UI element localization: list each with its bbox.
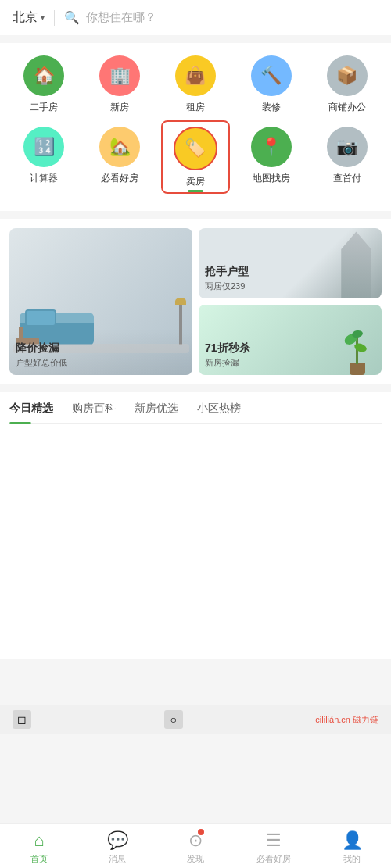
icon-xinfang[interactable]: 🏢 新房 bbox=[91, 55, 148, 114]
maifang-underline bbox=[188, 190, 203, 192]
icon-row-2: 🔢 计算器 🏡 必看好房 🏷️ 卖房 📍 地图找房 📷 bbox=[0, 127, 391, 192]
banner-text-right-bottom: 71折秒杀 新房捡漏 bbox=[205, 341, 375, 369]
banner-text-left: 降价捡漏 户型好总价低 bbox=[16, 341, 186, 369]
banner-text-right-top: 抢手户型 两居仅239 bbox=[205, 265, 375, 292]
tab-jinrijingxuan[interactable]: 今日精选 bbox=[9, 402, 53, 423]
chashf-label: 查首付 bbox=[333, 172, 361, 185]
icon-maifang[interactable]: 🏷️ 卖房 bbox=[167, 127, 224, 192]
banner-sub-rt: 两居仅239 bbox=[205, 280, 375, 292]
watermark: cililián.cn 磁力链 bbox=[315, 714, 378, 726]
city-label: 北京 bbox=[13, 9, 38, 26]
tabs-section: 今日精选 购房百科 新房优选 小区热榜 bbox=[0, 392, 391, 424]
icon-jisuanqi[interactable]: 🔢 计算器 bbox=[16, 127, 72, 192]
icon-row-1: 🏠 二手房 🏢 新房 👜 租房 🔨 装修 📦 商铺办公 bbox=[0, 55, 391, 114]
home-button[interactable]: ○ bbox=[164, 710, 183, 729]
nav-mine[interactable]: 👤 我的 bbox=[321, 830, 383, 865]
banner-sub-left: 户型好总价低 bbox=[16, 357, 186, 369]
divider bbox=[54, 10, 55, 26]
home-icon: ⌂ bbox=[34, 830, 44, 851]
banner-jiangjiapielou[interactable]: 降价捡漏 户型好总价低 bbox=[9, 228, 192, 375]
lamp-head bbox=[175, 298, 186, 305]
tab-xinfangyouxuan[interactable]: 新房优选 bbox=[135, 402, 178, 423]
cushion bbox=[25, 309, 56, 327]
bikanh-circle: 🏡 bbox=[99, 127, 140, 167]
banner-qiangshouhu[interactable]: 抢手户型 两居仅239 bbox=[199, 228, 382, 298]
ershoufang-circle: 🏠 bbox=[23, 55, 64, 96]
icon-chashf[interactable]: 📷 查首付 bbox=[319, 127, 375, 192]
lamp-stand bbox=[179, 302, 182, 345]
banner-sub-rb: 新房捡漏 bbox=[205, 357, 375, 369]
nav-message[interactable]: 💬 消息 bbox=[86, 830, 149, 865]
discover-dot bbox=[198, 829, 204, 835]
nav-home-label: 首页 bbox=[30, 853, 48, 865]
icon-zufang[interactable]: 👜 租房 bbox=[167, 55, 224, 114]
bikanh-label: 必看好房 bbox=[101, 172, 138, 185]
ditu-label: 地图找房 bbox=[253, 172, 290, 185]
nav-mine-label: 我的 bbox=[343, 853, 361, 865]
tabs-row: 今日精选 购房百科 新房优选 小区热榜 bbox=[9, 392, 382, 424]
icon-zhuangxiu[interactable]: 🔨 装修 bbox=[243, 55, 300, 114]
xinfang-circle: 🏢 bbox=[99, 55, 140, 96]
bottom-nav: ⌂ 首页 💬 消息 ⊙ 发现 ☰ 必看好房 👤 我的 bbox=[0, 823, 391, 868]
back-button[interactable]: ◻ bbox=[13, 710, 31, 729]
xinfang-label: 新房 bbox=[110, 101, 129, 114]
system-bar: ◻ ○ cililián.cn 磁力链 bbox=[0, 705, 391, 734]
icon-ditu[interactable]: 📍 地图找房 bbox=[243, 127, 300, 192]
message-icon: 💬 bbox=[107, 830, 128, 851]
sofa-decoration bbox=[16, 291, 186, 345]
banner-qishezhesha[interactable]: 71折秒杀 新房捡漏 bbox=[199, 305, 382, 375]
maifang-label: 卖房 bbox=[186, 175, 205, 188]
icon-ershoufang[interactable]: 🏠 二手房 bbox=[16, 55, 72, 114]
icon-bikanh[interactable]: 🏡 必看好房 bbox=[91, 127, 148, 192]
zhuangxiu-circle: 🔨 bbox=[251, 55, 292, 96]
icon-shangpu[interactable]: 📦 商铺办公 bbox=[319, 55, 375, 114]
zufang-label: 租房 bbox=[186, 101, 205, 114]
banner-title-rb: 71折秒杀 bbox=[205, 341, 375, 355]
shangpu-label: 商铺办公 bbox=[328, 101, 366, 114]
nav-discover[interactable]: ⊙ 发现 bbox=[164, 830, 227, 865]
icon-grid: 🏠 二手房 🏢 新房 👜 租房 🔨 装修 📦 商铺办公 bbox=[0, 43, 391, 211]
bikanh-nav-icon: ☰ bbox=[266, 830, 282, 851]
zufang-circle: 👜 bbox=[175, 55, 216, 96]
nav-bikanh[interactable]: ☰ 必看好房 bbox=[242, 830, 305, 865]
tab-xiaoqurebang[interactable]: 小区热榜 bbox=[197, 402, 241, 423]
search-bar: 北京 ▾ 🔍 你想住在哪？ bbox=[0, 0, 391, 35]
search-placeholder: 你想住在哪？ bbox=[86, 10, 156, 25]
banner-title-left: 降价捡漏 bbox=[16, 341, 186, 355]
jisuanqi-circle: 🔢 bbox=[23, 127, 64, 167]
search-icon: 🔍 bbox=[64, 10, 80, 25]
banner-title-rt: 抢手户型 bbox=[205, 265, 375, 279]
maifang-circle: 🏷️ bbox=[174, 127, 217, 170]
nav-message-label: 消息 bbox=[109, 853, 126, 865]
chashf-circle: 📷 bbox=[327, 127, 368, 167]
ditu-circle: 📍 bbox=[251, 127, 292, 167]
banner-section: 降价捡漏 户型好总价低 抢手户型 两居仅239 71折秒杀 新房捡漏 bbox=[0, 219, 391, 384]
ershoufang-label: 二手房 bbox=[30, 101, 58, 114]
table-leg bbox=[19, 327, 23, 338]
shangpu-circle: 📦 bbox=[327, 55, 368, 96]
jisuanqi-label: 计算器 bbox=[30, 172, 58, 185]
nav-home[interactable]: ⌂ 首页 bbox=[8, 830, 70, 865]
mine-icon: 👤 bbox=[342, 830, 363, 851]
nav-bikanh-label: 必看好房 bbox=[256, 853, 291, 865]
leaf3 bbox=[351, 330, 363, 338]
zhuangxiu-label: 装修 bbox=[262, 101, 281, 114]
chevron-down-icon: ▾ bbox=[41, 13, 45, 22]
content-area bbox=[0, 424, 391, 659]
city-selector[interactable]: 北京 ▾ bbox=[13, 9, 45, 26]
nav-discover-label: 发现 bbox=[187, 853, 204, 865]
discover-icon-wrap: ⊙ bbox=[188, 830, 203, 851]
search-input-area[interactable]: 🔍 你想住在哪？ bbox=[64, 10, 378, 25]
tab-goufangbaike[interactable]: 购房百科 bbox=[72, 402, 116, 423]
